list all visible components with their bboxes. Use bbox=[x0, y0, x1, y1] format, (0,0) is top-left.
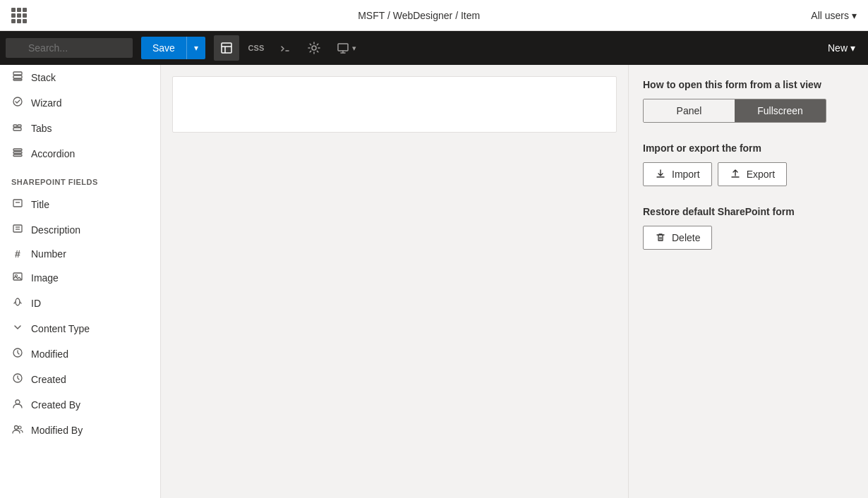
svg-rect-11 bbox=[13, 128, 21, 130]
sidebar-item-tabs[interactable]: Tabs bbox=[0, 116, 160, 141]
sidebar: Stack Wizard Tabs Accordion SHAREPOINT F… bbox=[0, 65, 161, 498]
svg-rect-10 bbox=[18, 125, 21, 127]
tabs-label: Tabs bbox=[31, 123, 52, 134]
svg-point-28 bbox=[15, 426, 18, 430]
content-type-label: Content Type bbox=[31, 323, 90, 334]
created-by-label: Created By bbox=[31, 399, 80, 411]
svg-rect-4 bbox=[338, 44, 348, 51]
accordion-icon bbox=[11, 147, 24, 161]
svg-point-3 bbox=[312, 46, 316, 50]
image-label: Image bbox=[31, 272, 59, 284]
preview-button[interactable]: ▾ bbox=[330, 37, 363, 59]
all-users-dropdown[interactable]: All users ▾ bbox=[811, 10, 857, 21]
search-container: 🔍 bbox=[6, 38, 133, 58]
export-label: Export bbox=[747, 169, 775, 180]
canvas-inner bbox=[172, 76, 617, 133]
breadcrumb: MSFT / WebDesigner / Item bbox=[358, 10, 480, 21]
id-label: ID bbox=[31, 298, 41, 309]
import-export-btn-group: Import Export bbox=[643, 162, 854, 186]
restore-title: Restore default SharePoint form bbox=[643, 206, 854, 217]
svg-rect-15 bbox=[13, 200, 22, 207]
created-by-icon bbox=[11, 398, 24, 412]
settings-button[interactable] bbox=[301, 35, 327, 61]
fullscreen-button[interactable]: Fullscreen bbox=[735, 99, 826, 122]
search-input[interactable] bbox=[6, 38, 133, 58]
sidebar-item-image[interactable]: Image bbox=[0, 265, 160, 291]
panel-button[interactable]: Panel bbox=[644, 99, 735, 122]
svg-rect-14 bbox=[13, 154, 22, 157]
import-icon bbox=[655, 169, 666, 180]
save-button-group: Save ▾ bbox=[141, 37, 205, 59]
tabs-icon bbox=[11, 121, 24, 135]
sidebar-item-modified-by[interactable]: Modified By bbox=[0, 418, 160, 443]
stack-label: Stack bbox=[31, 72, 56, 83]
svg-rect-9 bbox=[13, 125, 17, 127]
js-icon-svg bbox=[279, 41, 293, 55]
sidebar-item-stack[interactable]: Stack bbox=[0, 65, 160, 90]
new-label: New bbox=[828, 42, 848, 54]
trash-icon bbox=[655, 232, 666, 243]
settings-icon bbox=[308, 42, 320, 54]
js-button[interactable] bbox=[273, 35, 299, 61]
svg-point-29 bbox=[18, 426, 21, 429]
no-code-svg-icon bbox=[219, 41, 234, 55]
new-button[interactable]: New ▾ bbox=[821, 38, 862, 58]
new-chevron-icon: ▾ bbox=[850, 42, 855, 54]
sidebar-item-description[interactable]: Description bbox=[0, 217, 160, 243]
preview-icon bbox=[337, 42, 349, 54]
sidebar-item-title[interactable]: Title bbox=[0, 192, 160, 217]
sidebar-item-wizard[interactable]: Wizard bbox=[0, 90, 160, 116]
save-chevron-icon: ▾ bbox=[194, 43, 198, 53]
svg-point-8 bbox=[13, 97, 22, 106]
content-type-icon bbox=[11, 322, 24, 336]
canvas-area bbox=[161, 65, 628, 498]
open-form-title: How to open this form from a list view bbox=[643, 79, 854, 90]
save-dropdown-button[interactable]: ▾ bbox=[186, 37, 205, 59]
svg-point-27 bbox=[16, 400, 20, 404]
description-label: Description bbox=[31, 224, 80, 236]
created-icon bbox=[11, 372, 24, 387]
import-button[interactable]: Import bbox=[643, 162, 712, 186]
sidebar-item-accordion[interactable]: Accordion bbox=[0, 141, 160, 166]
modified-label: Modified bbox=[31, 348, 68, 360]
svg-rect-13 bbox=[13, 152, 22, 154]
preview-chevron-icon: ▾ bbox=[352, 44, 356, 53]
sidebar-item-id[interactable]: ID bbox=[0, 291, 160, 316]
modified-by-icon bbox=[11, 423, 24, 437]
stack-icon bbox=[11, 71, 24, 85]
sidebar-item-created[interactable]: Created bbox=[0, 367, 160, 392]
description-icon bbox=[11, 223, 24, 237]
svg-point-22 bbox=[16, 298, 20, 305]
grid-icon[interactable] bbox=[11, 8, 27, 23]
wizard-icon bbox=[11, 96, 24, 110]
sidebar-item-number[interactable]: # Number bbox=[0, 243, 160, 265]
wizard-label: Wizard bbox=[31, 97, 62, 109]
restore-section: Restore default SharePoint form Delete bbox=[643, 206, 854, 250]
modified-icon bbox=[11, 347, 24, 361]
sidebar-item-modified[interactable]: Modified bbox=[0, 341, 160, 367]
title-label: Title bbox=[31, 199, 49, 210]
export-button[interactable]: Export bbox=[718, 162, 787, 186]
svg-rect-7 bbox=[13, 79, 22, 80]
number-label: Number bbox=[31, 248, 66, 260]
sharepoint-fields-section: SHAREPOINT FIELDS bbox=[0, 166, 160, 192]
id-icon bbox=[11, 296, 24, 310]
top-bar: MSFT / WebDesigner / Item All users ▾ bbox=[0, 0, 868, 31]
css-button[interactable]: CSS bbox=[242, 35, 270, 61]
save-button[interactable]: Save bbox=[141, 37, 186, 59]
delete-label: Delete bbox=[672, 232, 700, 243]
accordion-label: Accordion bbox=[31, 148, 75, 159]
open-form-section: How to open this form from a list view P… bbox=[643, 79, 854, 123]
top-bar-left bbox=[11, 8, 27, 23]
created-label: Created bbox=[31, 374, 66, 385]
svg-rect-0 bbox=[222, 43, 231, 53]
sidebar-item-content-type[interactable]: Content Type bbox=[0, 316, 160, 341]
no-code-icon-button[interactable] bbox=[214, 35, 239, 61]
chevron-down-icon: ▾ bbox=[852, 10, 857, 21]
delete-button[interactable]: Delete bbox=[643, 226, 712, 250]
svg-rect-5 bbox=[13, 72, 22, 75]
export-icon bbox=[730, 169, 741, 180]
title-icon bbox=[11, 198, 24, 212]
sidebar-item-created-by[interactable]: Created By bbox=[0, 392, 160, 418]
css-icon: CSS bbox=[248, 44, 265, 52]
